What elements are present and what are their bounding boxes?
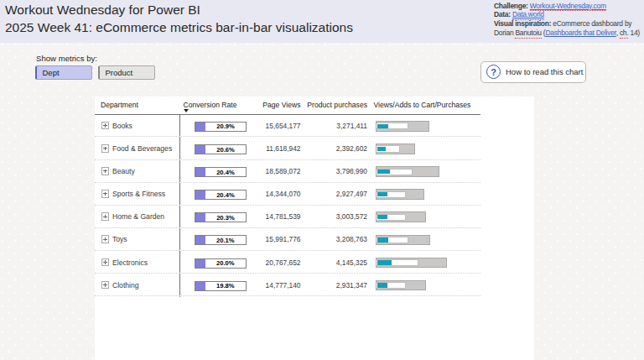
purchases-bar [377, 237, 388, 242]
purchases-bar [377, 124, 388, 128]
col-header-views-adds-purchases[interactable]: Views/Adds to Cart/Purchases [374, 101, 471, 109]
metrics-table: Department Conversion Rate Page Views Pr… [95, 97, 534, 360]
chapter-abbr: ch. [620, 29, 629, 39]
dept-button[interactable]: Dept [35, 65, 93, 80]
purchases-bar [377, 147, 386, 151]
product-purchases-value: 3,271,411 [292, 122, 367, 130]
department-name: Food & Beverages [112, 144, 172, 153]
how-to-read-button[interactable]: ? How to read this chart [480, 61, 586, 84]
department-name: Clothing [112, 281, 139, 290]
table-body: Books20.9%15,654,1773,271,411Food & Beve… [95, 114, 534, 296]
table-row[interactable]: Electronics20.0%20,767,6524,145,325 [95, 251, 534, 274]
conversion-rate-fill [195, 168, 205, 176]
inspiration-label: Visual inspiration: [494, 19, 551, 28]
data-link[interactable]: Data.world [512, 10, 544, 18]
credit-author: Dorian Banutoiu (Dashboards that Deliver… [494, 29, 640, 38]
page-views-value: 14,344,070 [225, 190, 301, 198]
product-purchases-value: 3,003,572 [292, 212, 367, 221]
conversion-rate-fill [195, 259, 205, 268]
sort-descending-icon [184, 109, 189, 112]
department-name: Sports & Fitness [112, 190, 165, 198]
product-purchases-value: 4,145,325 [292, 258, 367, 267]
page-views-value: 11,618,942 [225, 144, 301, 153]
conversion-rate-fill [195, 236, 205, 244]
report-titles: Workout Wednesday for Power BI 2025 Week… [5, 2, 353, 36]
credit-challenge: Challenge: Workout-Wednesday.com [494, 2, 640, 11]
page-views-value: 15,991,776 [225, 235, 301, 243]
purchases-bar [377, 170, 391, 174]
expand-icon[interactable] [101, 190, 110, 198]
row-separator [95, 295, 480, 296]
credit-data: Data: Data.world [494, 10, 640, 19]
department-name: Electronics [112, 258, 148, 267]
expand-icon[interactable] [101, 212, 110, 221]
show-metrics-label: Show metrics by: [36, 54, 97, 63]
credit-inspiration: Visual inspiration: eCommerce dashboard … [494, 19, 640, 29]
question-mark-icon: ? [486, 65, 501, 79]
book-link[interactable]: Dashboards that Deliver [545, 29, 615, 37]
credits-block: Challenge: Workout-Wednesday.com Data: D… [494, 2, 640, 39]
col-header-department[interactable]: Department [101, 101, 138, 109]
conversion-rate-fill [195, 123, 206, 131]
table-row[interactable]: Toys20.1%15,991,7763,208,763 [95, 228, 534, 251]
report-title-line1: Workout Wednesday for Power BI [5, 2, 353, 19]
data-label: Data: [494, 10, 511, 18]
expand-icon[interactable] [101, 258, 110, 267]
col-header-page-views[interactable]: Page Views [262, 101, 300, 109]
challenge-link[interactable]: Workout-Wednesday.com [530, 2, 606, 10]
challenge-label: Challenge: [494, 2, 528, 10]
conversion-rate-fill [195, 145, 206, 154]
table-row[interactable]: Beauty20.4%18,589,0723,798,990 [95, 160, 534, 183]
expand-icon[interactable] [101, 144, 110, 153]
conversion-rate-fill [195, 190, 205, 199]
page-views-value: 14,781,539 [225, 212, 301, 221]
purchases-bar [377, 215, 387, 219]
table-row[interactable]: Sports & Fitness20.4%14,344,0702,927,497 [95, 183, 534, 206]
powerbi-canvas: Workout Wednesday for Power BI 2025 Week… [0, 0, 644, 360]
col-header-product-purchases[interactable]: Product purchases [307, 101, 367, 109]
table-row[interactable]: Clothing19.8%14,777,1402,931,347 [95, 274, 534, 296]
department-name: Beauty [112, 167, 135, 175]
expand-icon[interactable] [101, 235, 110, 243]
page-views-value: 14,777,140 [225, 281, 301, 290]
table-header: Department Conversion Rate Page Views Pr… [95, 97, 534, 114]
page-views-value: 15,654,177 [225, 122, 301, 130]
product-purchases-value: 2,931,347 [292, 281, 367, 290]
purchases-bar [377, 192, 387, 196]
page-views-value: 18,589,072 [225, 167, 301, 175]
table-row[interactable]: Books20.9%15,654,1773,271,411 [95, 114, 534, 137]
col-header-conversion-rate[interactable]: Conversion Rate [184, 101, 237, 109]
department-name: Toys [112, 235, 127, 243]
expand-icon[interactable] [101, 122, 110, 130]
department-name: Books [112, 122, 132, 130]
expand-icon[interactable] [101, 167, 110, 175]
table-row[interactable]: Home & Garden20.3%14,781,5393,003,572 [95, 206, 534, 228]
department-name: Home & Garden [112, 212, 164, 221]
conversion-rate-fill [195, 282, 205, 290]
product-purchases-value: 2,392,602 [292, 144, 367, 153]
table-row[interactable]: Food & Beverages20.6%11,618,9422,392,602 [95, 137, 534, 159]
report-title-line2: 2025 Week 41: eCommerce metrics bar-in-b… [5, 19, 353, 37]
expand-icon[interactable] [101, 281, 110, 290]
product-purchases-value: 3,798,990 [292, 167, 367, 175]
product-purchases-value: 2,927,497 [292, 190, 367, 198]
purchases-bar [377, 260, 392, 264]
product-button[interactable]: Product [98, 65, 155, 80]
header-band: Workout Wednesday for Power BI 2025 Week… [0, 0, 644, 43]
product-purchases-value: 3,208,763 [292, 235, 367, 243]
page-views-value: 20,767,652 [225, 258, 301, 267]
author-name: Banutoiu [515, 29, 541, 39]
purchases-bar [377, 283, 387, 287]
conversion-rate-fill [195, 213, 205, 222]
